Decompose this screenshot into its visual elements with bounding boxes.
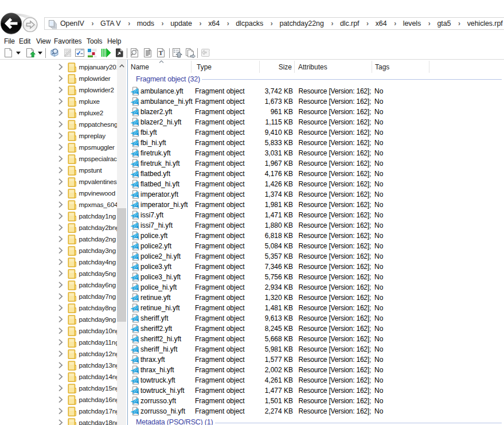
svg-text:T: T <box>159 49 163 56</box>
